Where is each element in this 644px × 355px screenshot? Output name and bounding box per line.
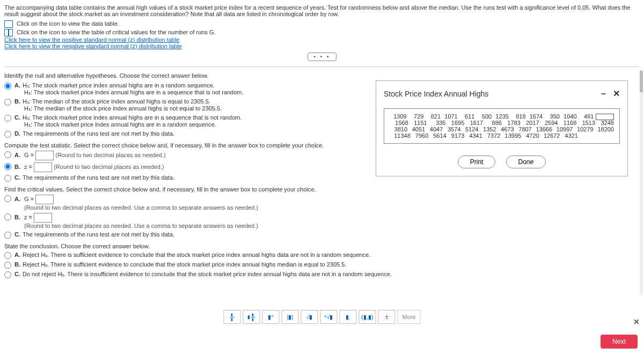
data-cell: 1151 [408,120,427,126]
q3-b-input[interactable] [34,213,52,223]
q4-a: Reject H₀. There is sufficient evidence … [23,252,370,258]
critvals-link[interactable]: Click on the icon to view the table of c… [17,29,216,35]
q1-prompt: Identify the null and alternative hypoth… [4,72,640,79]
data-cell: 1352 [478,126,496,132]
data-cell: 1309 [390,113,407,120]
data-cell: 1695 [445,120,464,126]
q3-radio-a[interactable] [4,195,11,202]
minimize-icon[interactable]: – [601,89,606,98]
q2-a-pre: G = [24,152,34,158]
data-cell: 7960 [411,132,429,139]
q1-a-h0: H₀: The stock market price index annual … [23,82,215,88]
q3-radio-c[interactable] [4,232,11,239]
tool-exponent[interactable]: ▮ˣ [262,310,279,324]
data-cell [596,132,614,139]
q3-c: The requirements of the runs test are no… [23,231,174,238]
q2-b-pre: z = [24,164,32,170]
close-icon[interactable]: ✕ [613,89,620,98]
data-cell: 1235 [492,113,509,120]
data-cell: 10997 [552,126,573,132]
panel-close-icon[interactable]: ✕ [633,317,640,326]
data-cell: 4341 [464,132,482,139]
q3-b-hint: (Round to two decimal places as needed. … [24,223,258,229]
q3-b-pre: z = [24,214,32,220]
neg-z-link[interactable]: Click here to view the negative standard… [4,43,182,49]
q1-radio-d[interactable] [4,131,11,138]
q3-a-hint: (Round to two decimal places as needed. … [24,204,258,211]
data-cell: 821 [423,113,441,120]
q2-radio-a[interactable] [4,151,11,158]
data-table-modal: Stock Price Index Annual Highs – ✕ 13097… [376,80,628,176]
data-cell: 1568 [390,120,408,126]
print-button[interactable]: Print [458,156,496,168]
data-cell: 4051 [407,126,425,132]
q3-radio-b[interactable] [4,213,11,220]
tool-plusminus[interactable]: ± [378,310,395,324]
modal-title: Stock Price Index Annual Highs [384,90,488,98]
tool-more[interactable]: More [397,310,420,324]
tool-nsqrt[interactable]: ⁿ√▮ [320,310,337,324]
q3-prompt: Find the critical values. Select the cor… [4,186,640,193]
data-cell: 1783 [502,120,521,126]
q3-a-input[interactable] [35,195,54,204]
data-cell: 611 [458,113,475,120]
data-cell: 12672 [539,132,560,139]
q2-a-input[interactable] [35,151,54,160]
data-cell: 500 [474,113,492,120]
data-cell: 335 [427,120,446,126]
q3-a-pre: G = [24,196,34,202]
data-cell: 1040 [560,113,577,120]
q2-c: The requirements of the runs test are no… [23,174,174,181]
tool-decimal[interactable]: ▮. [339,310,356,324]
next-button[interactable]: Next [601,335,638,349]
done-button[interactable]: Done [506,156,546,168]
q1-radio-a[interactable] [4,83,11,90]
show-more-toggle[interactable]: • • • [308,53,336,61]
divider [4,66,640,67]
data-cell: 7372 [482,132,501,139]
data-cell: 18200 [594,126,614,132]
data-cell: 1168 [558,120,576,126]
q2-b-input[interactable] [34,162,52,172]
pos-z-link[interactable]: Click here to view the positive standard… [4,36,179,43]
data-cell: 1674 [526,113,543,120]
q1-radio-c[interactable] [4,115,11,122]
q4-prompt: State the conclusion. Choose the correct… [4,243,640,249]
q4-radio-b[interactable] [4,262,11,269]
tool-fraction[interactable]: ▮▮ [223,310,240,324]
q2-a-hint: (Round to two decimal places as needed.) [55,152,165,158]
vertical-scrollbar[interactable] [640,70,643,295]
q2-radio-b[interactable] [4,163,11,170]
q4-radio-a[interactable] [4,252,11,259]
data-cell: 7807 [514,126,532,132]
q4-b: Reject H₀. There is sufficient evidence … [23,261,346,268]
q1-c-h1: H₁: The stock market price index annual … [24,121,216,128]
data-cell: 491 [577,113,594,120]
data-cell: 1071 [441,113,458,120]
q2-b-hint: (Round to two decimal places as needed.) [54,164,164,170]
data-cell: 1513 [576,120,595,126]
table-icon[interactable] [4,20,13,28]
tool-paren[interactable]: (▮,▮) [358,310,376,324]
copy-icon[interactable] [596,114,614,120]
data-cell: 1617 [464,120,483,126]
q1-a-h1: H₁: The stock market price index annual … [24,89,244,95]
q2-radio-c[interactable] [4,175,11,182]
q1-b-h1: H₁: The median of the stock price index … [24,105,222,112]
data-cell: 2017 [521,120,539,126]
data-cell: 3574 [443,126,460,132]
book-icon[interactable] [4,29,13,36]
data-cell: 13995 [500,132,521,139]
tool-mixed-fraction[interactable]: ▮▮▮ [243,310,260,324]
data-cell: 729 [407,113,424,120]
data-cell: 4720 [521,132,539,139]
data-cell: 5614 [428,132,447,139]
q1-radio-b[interactable] [4,99,11,106]
data-cell: 11348 [390,132,411,139]
q4-radio-c[interactable] [4,271,11,278]
tool-sqrt[interactable]: √▮ [301,310,318,324]
tool-abs[interactable]: |▮| [281,310,298,324]
data-table-link[interactable]: Click on the icon to view the data table… [17,20,119,27]
data-cell: 4047 [425,126,443,132]
math-toolbar: ▮▮ ▮▮▮ ▮ˣ |▮| √▮ ⁿ√▮ ▮. (▮,▮) ± More [222,309,421,325]
